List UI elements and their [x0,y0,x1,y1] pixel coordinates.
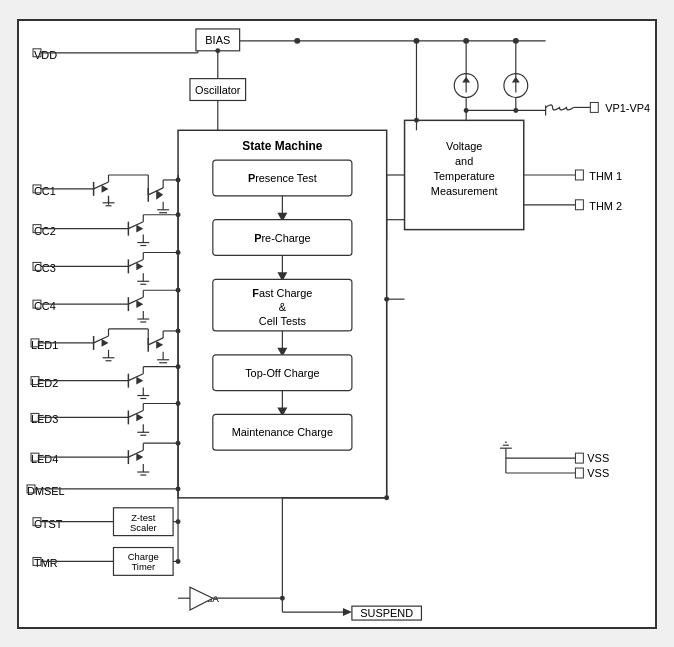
pre-charge-label: Pre-Charge [254,231,310,243]
thm2-label: THM 2 [589,199,622,211]
cc4-label: CC4 [34,300,56,312]
svg-point-197 [176,328,181,333]
vdd-label: VDD [34,48,57,60]
cc3-label: CC3 [34,262,56,274]
dmsel-label: DMSEL [27,484,65,496]
svg-point-203 [176,558,181,563]
oscillator-label: Oscillator [195,83,241,95]
maintenance-label: Maintenance Charge [232,426,333,438]
volt-temp-label4: Measurement [431,184,498,196]
bias-label: BIAS [205,33,230,45]
vss1-label: VSS [587,452,609,464]
svg-point-11 [215,48,220,53]
svg-point-198 [176,364,181,369]
svg-point-195 [176,249,181,254]
tmr-label: TMR [34,557,58,569]
vp1vp4-label: VP1-VP4 [605,102,650,114]
suspend-label: SUSPEND [360,607,413,619]
cc2-label: CC2 [34,224,56,236]
cc1-label: CC1 [34,184,56,196]
svg-point-193 [176,177,181,182]
presence-test-label: Presence Test [248,171,317,183]
ctst-label: CTST [34,517,63,529]
svg-point-194 [176,212,181,217]
ztest-label2: Scaler [130,521,157,532]
state-machine-label: State Machine [242,139,322,153]
led1-label: LED1 [31,338,58,350]
volt-temp-label2: and [455,155,473,167]
led3-label: LED3 [31,413,58,425]
fast-charge-label: Fast Charge [252,287,312,299]
fast-charge-amp: & [279,301,287,313]
volt-temp-label1: Voltage [446,140,482,152]
svg-point-201 [176,486,181,491]
svg-point-173 [280,595,285,600]
svg-point-190 [384,296,389,301]
svg-point-196 [176,287,181,292]
led2-label: LED2 [31,376,58,388]
diagram-container: VDD BIAS Oscillator State Machine Presen… [17,19,657,629]
top-off-label: Top-Off Charge [245,366,319,378]
vss2-label: VSS [587,466,609,478]
svg-point-200 [176,440,181,445]
svg-point-191 [384,495,389,500]
svg-point-199 [176,400,181,405]
volt-temp-label3: Temperature [434,169,495,181]
svg-point-5 [294,37,300,43]
svg-point-202 [176,519,181,524]
led4-label: LED4 [31,453,58,465]
thm1-label: THM 1 [589,169,622,181]
cell-tests-label: Cell Tests [259,314,307,326]
svg-point-47 [513,107,518,112]
charge-timer-label2: Timer [131,561,155,572]
